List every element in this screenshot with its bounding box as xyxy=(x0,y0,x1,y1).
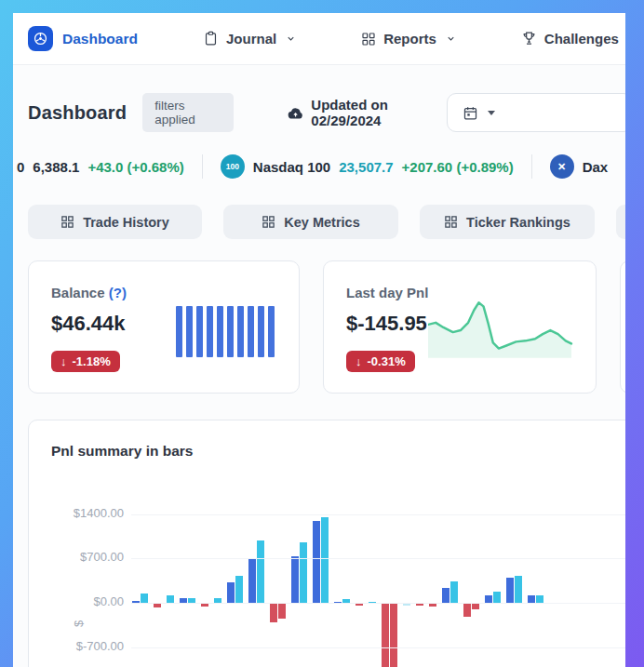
lastday-sparkline xyxy=(428,299,573,358)
pnl-bar[interactable] xyxy=(235,576,243,603)
nasdaq-badge-icon: 100 xyxy=(221,154,245,179)
pnl-bar[interactable] xyxy=(403,604,410,606)
grid-icon xyxy=(60,215,74,229)
updated-text: Updated on 02/29/2024 xyxy=(311,97,447,128)
arrow-down-icon: ↓ xyxy=(356,354,362,368)
ticker-price: 6,388.1 xyxy=(33,159,79,175)
kpi-cards-row: Balance (?) $46.44k ↓ -1.18% Last day Pn… xyxy=(28,260,625,394)
app-logo-icon xyxy=(28,26,53,51)
nav-brand-label: Dashboard xyxy=(62,31,138,47)
pnl-bar[interactable] xyxy=(141,594,148,603)
grid-icon xyxy=(262,215,275,229)
pnl-bar[interactable] xyxy=(201,604,208,607)
pnl-bar[interactable] xyxy=(416,604,423,606)
updated-status: Updated on 02/29/2024 xyxy=(288,97,447,128)
pnl-bar[interactable] xyxy=(528,595,535,603)
button-label: Ticker Rankings xyxy=(466,215,570,230)
pnl-bar[interactable] xyxy=(442,588,449,603)
pnl-bar[interactable] xyxy=(154,604,161,607)
page-frame: Dashboard Journal Reports Challenges xyxy=(0,0,644,667)
pnl-bar[interactable] xyxy=(485,595,492,603)
ticker-price: 23,507.7 xyxy=(339,159,393,175)
key-metrics-button[interactable]: Key Metrics xyxy=(223,205,398,239)
spark-bar xyxy=(217,306,223,357)
filters-applied-badge: filters applied xyxy=(142,93,234,132)
pnl-bar[interactable] xyxy=(506,578,514,603)
y-tick-label: $0.00 xyxy=(29,594,124,608)
pnl-bar[interactable] xyxy=(270,604,277,622)
cutoff-button[interactable] xyxy=(616,205,625,239)
pnl-bar[interactable] xyxy=(493,592,501,603)
pnl-bar[interactable] xyxy=(227,582,235,603)
pnl-bar[interactable] xyxy=(278,604,286,619)
lastday-change-badge: ↓ -0.31% xyxy=(346,351,415,372)
page-header: Dashboard filters applied Updated on 02/… xyxy=(28,93,610,132)
ticker-name: Nasdaq 100 xyxy=(253,159,330,175)
pnl-bar[interactable] xyxy=(450,581,458,603)
chevron-down-icon xyxy=(446,33,456,44)
pnl-bar[interactable] xyxy=(321,517,329,603)
ticker-symbol: 0 xyxy=(17,159,24,175)
y-axis-title: $ xyxy=(72,620,86,627)
spark-bar xyxy=(227,306,234,357)
gridline xyxy=(131,558,625,559)
spark-bar xyxy=(237,306,244,357)
pnl-bar[interactable] xyxy=(382,604,389,667)
grid-icon xyxy=(361,32,376,47)
nav-item-reports[interactable]: Reports xyxy=(361,31,456,47)
pnl-bar[interactable] xyxy=(472,604,479,609)
calendar-icon xyxy=(463,105,478,121)
dax-badge-icon: ✕ xyxy=(550,154,574,179)
pnl-bar[interactable] xyxy=(167,595,174,603)
lastday-pnl-card: Last day Pnl $-145.95 ↓ -0.31% xyxy=(323,260,597,394)
pnl-bar[interactable] xyxy=(515,576,522,603)
ticker-change: +43.0 (+0.68%) xyxy=(87,159,183,175)
pnl-chart: $ $1400.00$700.00$0.00$-700.00 xyxy=(29,500,625,667)
gridline xyxy=(131,514,625,515)
pnl-bar[interactable] xyxy=(429,604,436,607)
help-icon[interactable]: (?) xyxy=(109,285,127,300)
y-tick-label: $700.00 xyxy=(29,550,124,564)
gridline xyxy=(131,603,625,604)
pnl-bar[interactable] xyxy=(300,542,307,603)
pnl-bar[interactable] xyxy=(257,540,264,603)
nav-item-label: Reports xyxy=(383,31,436,47)
button-label: Trade History xyxy=(83,215,169,230)
pnl-bar[interactable] xyxy=(536,595,543,603)
ticker-item-sp[interactable]: 0 6,388.1 +43.0 (+0.68%) xyxy=(17,159,184,175)
ticker-divider xyxy=(202,154,203,179)
pnl-summary-card: Pnl summary in bars $ $1400.00$700.00$0.… xyxy=(28,420,625,667)
pnl-bar[interactable] xyxy=(356,604,363,606)
ticker-item-dax[interactable]: ✕ Dax xyxy=(550,154,609,179)
spark-bar xyxy=(248,306,254,357)
nav-item-label: Journal xyxy=(226,31,276,47)
pnl-bar[interactable] xyxy=(313,521,320,603)
spark-bar xyxy=(196,306,203,357)
nav-item-challenges[interactable]: Challenges xyxy=(521,31,619,47)
nav-item-journal[interactable]: Journal xyxy=(203,31,296,47)
pnl-bar[interactable] xyxy=(248,558,256,603)
y-tick-label: $-700.00 xyxy=(29,639,124,653)
nav-brand-dashboard[interactable]: Dashboard xyxy=(28,26,138,51)
chart-title: Pnl summary in bars xyxy=(29,420,625,460)
date-range-picker[interactable] xyxy=(447,93,625,132)
dropdown-caret-icon xyxy=(488,111,495,115)
grid-icon xyxy=(444,215,458,229)
pnl-bar[interactable] xyxy=(390,604,397,667)
cloud-sync-icon xyxy=(288,106,303,120)
ticker-change: +207.60 (+0.89%) xyxy=(402,159,514,175)
trade-history-button[interactable]: Trade History xyxy=(28,205,202,239)
pnl-bar[interactable] xyxy=(463,604,471,617)
ticker-item-nasdaq[interactable]: 100 Nasdaq 100 23,507.7 +207.60 (+0.89%) xyxy=(221,154,514,179)
ticker-rankings-button[interactable]: Ticker Rankings xyxy=(420,205,595,239)
nav-item-label: Challenges xyxy=(544,31,619,47)
trophy-icon xyxy=(521,31,537,47)
arrow-down-icon: ↓ xyxy=(60,354,67,368)
pnl-bars xyxy=(132,500,625,667)
balance-card: Balance (?) $46.44k ↓ -1.18% xyxy=(28,260,300,394)
pnl-bar[interactable] xyxy=(291,556,299,603)
y-tick-label: $1400.00 xyxy=(29,506,124,520)
gridline xyxy=(131,647,625,648)
top-nav: Dashboard Journal Reports Challenges xyxy=(13,13,625,65)
ticker-strip: 0 6,388.1 +43.0 (+0.68%) 100 Nasdaq 100 … xyxy=(17,151,625,182)
